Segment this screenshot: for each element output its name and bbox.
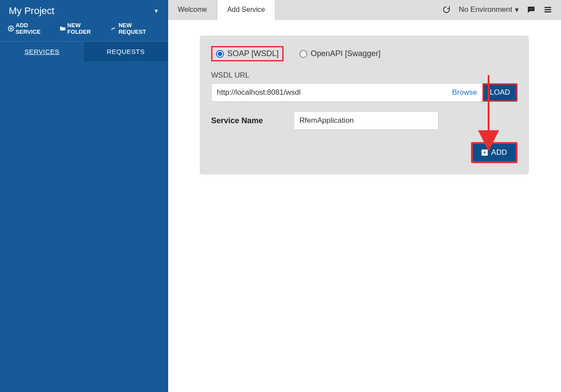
wsdl-url-label: WSDL URL <box>211 71 518 80</box>
chat-button[interactable] <box>527 5 536 14</box>
sidebar-tab-requests[interactable]: REQUESTS <box>84 42 168 61</box>
project-title[interactable]: My Project <box>9 5 54 17</box>
menu-icon <box>543 5 552 14</box>
tab-add-service[interactable]: Add Service <box>217 0 275 20</box>
tab-welcome[interactable]: Welcome <box>168 0 217 19</box>
sidebar: My Project ▼ ADD SERVICE NEW FOLDER NEW … <box>0 0 168 392</box>
content-wrap: SOAP [WSDL] OpenAPI [Swagger] WSDL URL B… <box>168 20 561 392</box>
definition-type-row: SOAP [WSDL] OpenAPI [Swagger] <box>211 46 518 61</box>
add-service-label: ADD SERVICE <box>16 22 54 35</box>
add-button[interactable]: + ADD <box>471 142 518 163</box>
main-area: Welcome Add Service No Environment ▾ <box>168 0 561 392</box>
request-arrow-icon <box>111 25 117 32</box>
svg-point-1 <box>529 9 530 10</box>
chevron-down-icon: ▾ <box>515 5 519 14</box>
project-dropdown-caret[interactable]: ▼ <box>154 8 159 14</box>
add-service-action[interactable]: ADD SERVICE <box>8 22 54 35</box>
top-tabs: Welcome Add Service <box>168 0 275 19</box>
radio-openapi-swagger[interactable]: OpenAPI [Swagger] <box>296 47 384 60</box>
service-name-row: Service Name <box>211 111 518 130</box>
refresh-button[interactable] <box>442 5 451 14</box>
add-row: + ADD <box>211 142 518 163</box>
sidebar-tab-services[interactable]: SERVICES <box>0 42 84 61</box>
svg-point-3 <box>532 9 533 10</box>
service-name-input[interactable] <box>294 111 439 130</box>
new-folder-action[interactable]: NEW FOLDER <box>60 22 105 35</box>
environment-selector[interactable]: No Environment ▾ <box>459 5 519 14</box>
plus-circle-icon <box>8 25 14 32</box>
radio-soap-wsdl[interactable]: SOAP [WSDL] <box>211 46 284 61</box>
new-request-action[interactable]: NEW REQUEST <box>111 22 160 35</box>
service-name-label: Service Name <box>211 116 263 125</box>
refresh-icon <box>442 5 451 14</box>
sidebar-header: My Project ▼ <box>0 0 168 20</box>
new-folder-label: NEW FOLDER <box>67 22 104 35</box>
browse-link[interactable]: Browse <box>447 83 482 102</box>
add-button-label: ADD <box>491 148 507 157</box>
radio-icon <box>216 50 224 58</box>
sidebar-tabs: SERVICES REQUESTS <box>0 41 168 61</box>
topbar: Welcome Add Service No Environment ▾ <box>168 0 561 20</box>
radio-icon <box>299 50 307 58</box>
new-request-label: NEW REQUEST <box>119 22 160 35</box>
wsdl-url-row: Browse LOAD <box>211 83 518 102</box>
svg-point-2 <box>531 9 532 10</box>
environment-label: No Environment <box>459 5 512 14</box>
wsdl-url-input[interactable] <box>211 83 447 102</box>
topbar-right: No Environment ▾ <box>442 0 561 19</box>
load-button[interactable]: LOAD <box>482 83 518 102</box>
chat-icon <box>527 5 536 14</box>
radio-soap-label: SOAP [WSDL] <box>227 49 279 58</box>
sidebar-actions: ADD SERVICE NEW FOLDER NEW REQUEST <box>0 20 168 41</box>
add-service-panel: SOAP [WSDL] OpenAPI [Swagger] WSDL URL B… <box>200 36 529 175</box>
plus-icon: + <box>482 150 488 156</box>
radio-openapi-label: OpenAPI [Swagger] <box>311 49 381 58</box>
menu-button[interactable] <box>543 5 552 14</box>
folder-plus-icon <box>60 25 66 32</box>
